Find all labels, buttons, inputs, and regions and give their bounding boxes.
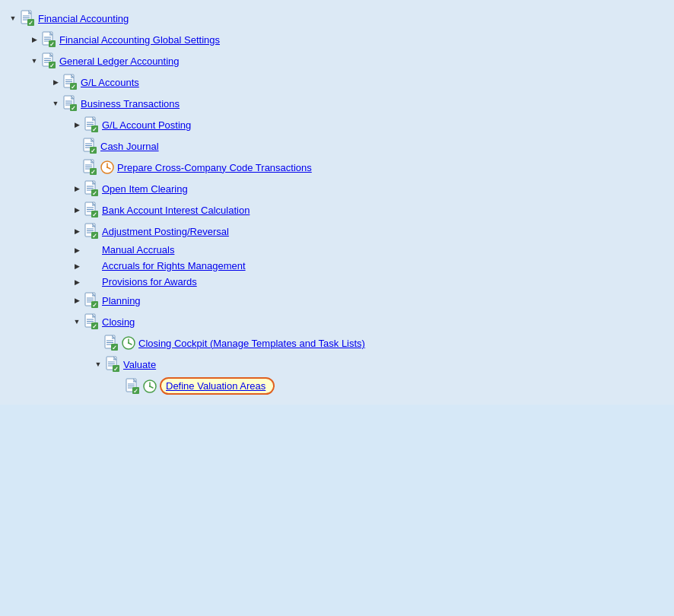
doc-icon: ✓ [103,335,119,351]
tree-node-label[interactable]: G/L Accounts [81,77,139,88]
svg-text:✓: ✓ [92,302,97,309]
tree-node-label[interactable]: Closing Cockpit (Manage Templates and Ta… [138,338,365,349]
tree-node-label[interactable]: Prepare Cross-Company Code Transactions [117,162,312,173]
tree-node: ▶ ✓ Bank Account Interest Calculation [8,199,666,221]
tree-node-label[interactable]: Closing [102,316,135,328]
collapse-toggle[interactable]: ▼ [93,359,103,370]
expand-toggle[interactable]: ▶ [72,183,82,194]
tree-node: ▼ ✓ Closing [8,311,666,332]
tree-node-label[interactable]: Provisions for Awards [102,276,197,287]
svg-text:✓: ✓ [112,345,117,351]
tree-node: ✓ Prepare Cross-Company Code Transaction… [8,157,666,178]
tree-node-label[interactable]: Bank Account Interest Calculation [102,205,250,216]
tree-node: ▶ ✓ G/L Accounts [8,71,666,93]
doc-icon: ✓ [62,74,78,90]
svg-text:✓: ✓ [71,84,76,90]
tree-node: ✓ Closing Cockpit (Manage Templates and … [8,332,666,354]
expand-toggle[interactable]: ▶ [72,205,82,215]
tree-node: ✓ Define Valuation Areas [8,375,666,397]
clock-icon [100,160,114,174]
doc-icon: ✓ [41,52,56,69]
tree-node: ▼ ✓ Financial Accounting [8,8,666,29]
svg-text:✓: ✓ [92,323,97,330]
tree-node-label[interactable]: Planning [102,295,141,306]
doc-icon: ✓ [84,292,99,309]
svg-text:✓: ✓ [92,190,97,197]
svg-text:✓: ✓ [91,169,96,176]
tree-node-label[interactable]: Open Item Clearing [102,183,188,195]
tree-node-label[interactable]: Accruals for Rights Management [102,260,246,271]
tree-node: ▶Manual Accruals [8,242,666,258]
collapse-toggle[interactable]: ▼ [8,13,18,24]
collapse-toggle[interactable]: ▼ [72,316,82,327]
tree-node: ▶Accruals for Rights Management [8,258,666,274]
tree-node-label[interactable]: Define Valuation Areas [166,380,265,392]
doc-icon: ✓ [82,138,97,154]
svg-text:✓: ✓ [71,105,76,112]
doc-icon: ✓ [84,116,99,133]
tree-node: ▶ ✓ Open Item Clearing [8,178,666,199]
expand-toggle[interactable]: ▶ [50,77,61,87]
tree-node: ▶ ✓ Planning [8,290,666,311]
svg-text:✓: ✓ [133,388,138,395]
highlighted-row[interactable]: Define Valuation Areas [160,377,275,395]
clock-icon [143,379,157,393]
expand-toggle[interactable]: ▶ [72,119,82,130]
tree-node: ▼ ✓ General Ledger Accounting [8,50,666,71]
svg-point-107 [149,386,151,387]
tree: ▼ ✓ Financial Accounting▶ [8,8,666,397]
doc-icon: ✓ [84,202,99,218]
doc-icon: ✓ [125,378,140,395]
collapse-toggle[interactable]: ▼ [50,98,61,109]
tree-node-label[interactable]: General Ledger Accounting [59,56,180,67]
tree-node-label[interactable]: Cash Journal [100,141,159,152]
svg-text:✓: ✓ [28,20,33,27]
tree-node-label[interactable]: Financial Accounting Global Settings [59,34,220,46]
tree-node: ✓ Cash Journal [8,135,666,157]
doc-icon: ✓ [84,223,99,240]
svg-text:✓: ✓ [92,126,97,133]
svg-text:✓: ✓ [92,211,97,218]
doc-icon: ✓ [82,159,97,176]
doc-icon: ✓ [84,180,99,197]
tree-node: ▶ ✓ Financial Accounting Global Settings [8,29,666,50]
tree-node-label[interactable]: Financial Accounting [38,13,129,24]
svg-point-51 [107,167,108,168]
tree-node: ▼ ✓ Business Transactions [8,93,666,114]
svg-text:✓: ✓ [49,62,55,69]
svg-text:✓: ✓ [92,233,97,240]
doc-icon: ✓ [84,313,99,330]
expand-toggle[interactable]: ▶ [72,295,82,306]
tree-node: ▶Provisions for Awards [8,274,666,290]
doc-icon: ✓ [105,356,120,373]
expand-toggle[interactable]: ▶ [72,261,82,271]
collapse-toggle[interactable]: ▼ [29,56,40,66]
tree-container: ▼ ✓ Financial Accounting▶ [0,0,674,405]
tree-node-label[interactable]: Adjustment Posting/Reversal [102,226,229,237]
expand-toggle[interactable]: ▶ [72,226,82,237]
clock-icon [122,336,135,350]
doc-icon: ✓ [20,10,35,27]
tree-node: ▶ ✓ Adjustment Posting/Reversal [8,221,666,242]
doc-icon: ✓ [62,95,78,112]
svg-text:✓: ✓ [113,366,119,373]
tree-node: ▶ ✓ G/L Account Posting [8,114,666,135]
doc-icon: ✓ [41,31,56,48]
tree-node-label[interactable]: Manual Accruals [102,244,174,256]
tree-node-label[interactable]: Valuate [123,359,156,370]
svg-text:✓: ✓ [49,41,55,48]
expand-toggle[interactable]: ▶ [72,245,82,256]
svg-text:✓: ✓ [91,148,96,154]
expand-toggle[interactable]: ▶ [72,277,82,287]
tree-node: ▼ ✓ Valuate [8,354,666,375]
svg-point-91 [128,342,129,344]
expand-toggle[interactable]: ▶ [29,34,40,45]
tree-node-label[interactable]: Business Transactions [81,98,180,110]
tree-node-label[interactable]: G/L Account Posting [102,119,191,131]
